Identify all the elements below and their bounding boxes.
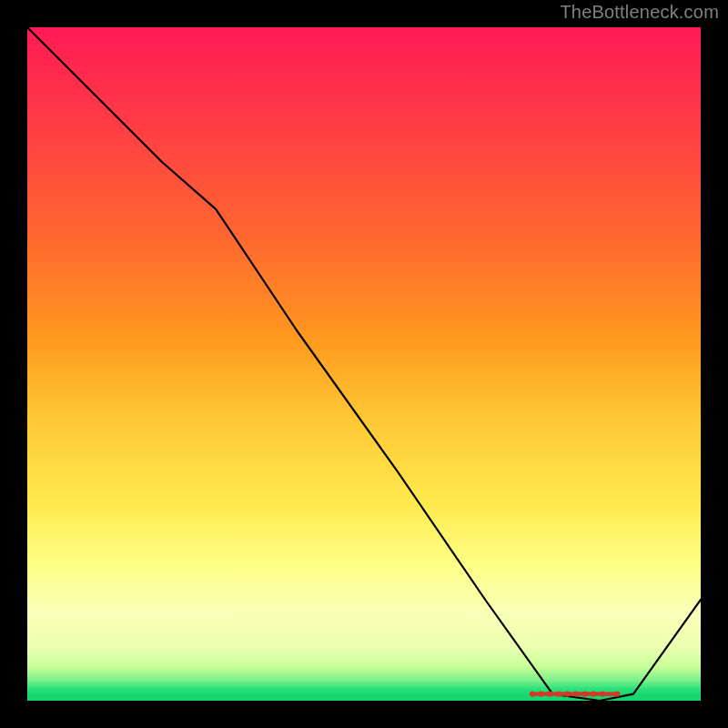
curve-layer <box>27 27 701 701</box>
optimal-marker <box>573 691 579 696</box>
optimal-marker <box>564 691 570 696</box>
optimal-marker <box>614 691 620 696</box>
chart-stage: TheBottleneck.com <box>0 0 728 728</box>
optimal-marker <box>582 691 588 696</box>
attribution-label: TheBottleneck.com <box>560 2 719 23</box>
optimal-marker-group <box>530 691 621 696</box>
plot-area <box>27 27 701 701</box>
optimal-marker <box>591 691 596 696</box>
optimal-marker <box>547 691 552 696</box>
bottleneck-curve-path <box>27 27 701 701</box>
optimal-marker <box>530 691 535 696</box>
optimal-marker <box>600 691 605 696</box>
optimal-marker <box>556 691 561 696</box>
optimal-marker <box>538 691 543 696</box>
